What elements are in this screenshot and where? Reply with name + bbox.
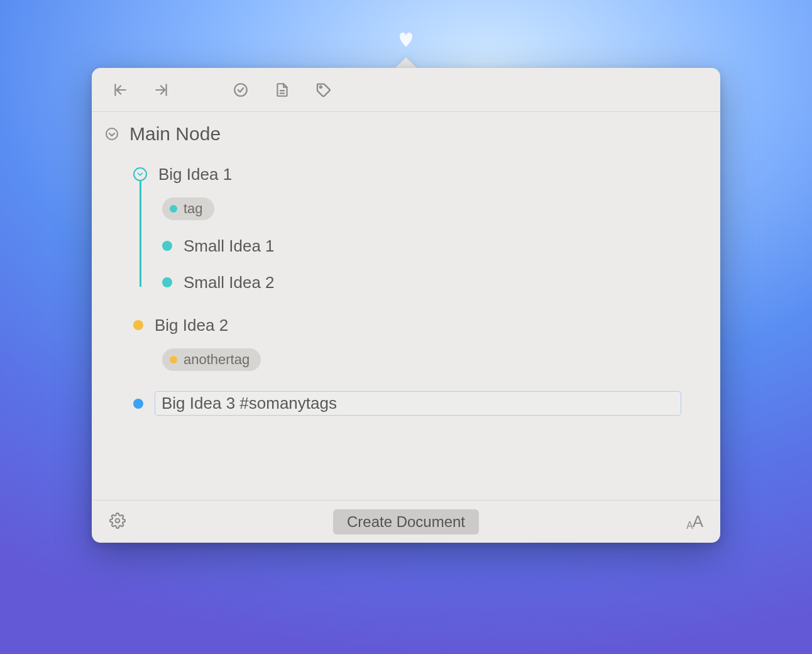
popover-window: Main Node Big Idea 1 tag	[92, 68, 720, 543]
collapse-icon[interactable]	[103, 125, 121, 143]
svg-point-4	[234, 84, 247, 96]
outdent-button[interactable]	[111, 80, 129, 99]
node-big-idea-2-section: Big Idea 2 anothertag	[124, 309, 709, 379]
popover-beak	[395, 57, 417, 69]
node-small-idea-1[interactable]: Small Idea 1	[162, 228, 709, 264]
node-label[interactable]: Big Idea 2	[155, 316, 228, 335]
node-label[interactable]: Small Idea 2	[184, 273, 275, 292]
tree-connector-line	[140, 181, 141, 287]
bullet-icon	[162, 241, 172, 251]
tag-label: anothertag	[184, 352, 250, 368]
node-big-idea-2[interactable]: Big Idea 2	[133, 309, 709, 341]
bullet-icon	[162, 277, 172, 287]
tag-label: tag	[184, 201, 203, 217]
text-size-small-a: A	[686, 520, 693, 531]
node-label[interactable]: Big Idea 1	[158, 165, 232, 184]
node-big-idea-1-section: Big Idea 1 tag Small Idea 1 Small Idea 2	[124, 158, 709, 301]
settings-button[interactable]	[109, 513, 126, 531]
bullet-icon	[133, 399, 143, 409]
tag-dot-icon	[170, 356, 177, 363]
outline-content: Main Node Big Idea 1 tag	[92, 112, 720, 500]
text-size-button[interactable]: AA	[686, 512, 703, 531]
node-big-idea-1[interactable]: Big Idea 1	[133, 158, 709, 190]
footer: Create Document AA	[92, 500, 720, 543]
toolbar	[92, 68, 720, 112]
indent-button[interactable]	[152, 80, 171, 99]
tag-pill[interactable]: anothertag	[162, 348, 261, 371]
root-node[interactable]: Main Node	[103, 123, 709, 145]
tag-button[interactable]	[314, 80, 333, 99]
node-label[interactable]: Small Idea 1	[184, 236, 275, 256]
svg-point-9	[116, 518, 120, 523]
node-small-idea-2[interactable]: Small Idea 2	[162, 264, 709, 301]
svg-point-7	[320, 86, 322, 87]
node-edit-input[interactable]	[155, 391, 681, 416]
root-title[interactable]: Main Node	[129, 123, 221, 145]
create-document-button[interactable]: Create Document	[333, 509, 479, 535]
note-button[interactable]	[273, 80, 292, 99]
node-big-idea-3[interactable]	[133, 391, 709, 416]
bullet-icon	[133, 320, 143, 330]
text-size-big-a: A	[693, 512, 703, 531]
tag-pill[interactable]: tag	[162, 197, 214, 220]
collapse-teal-icon[interactable]	[133, 167, 147, 181]
app-logo-icon	[397, 30, 415, 49]
tag-dot-icon	[170, 205, 177, 213]
complete-button[interactable]	[231, 80, 250, 99]
svg-point-8	[106, 128, 118, 140]
